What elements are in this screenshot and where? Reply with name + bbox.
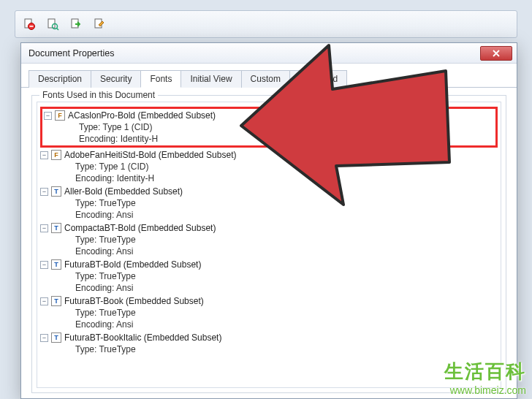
expander-icon[interactable]: − xyxy=(40,261,48,269)
close-button[interactable] xyxy=(480,46,512,61)
fonts-group: Fonts Used in this Document −FACaslonPro… xyxy=(31,95,506,393)
font-type-line: Type: TrueType xyxy=(40,270,498,282)
font-name: ACaslonPro-Bold (Embedded Subset) xyxy=(68,110,216,121)
truetype-font-icon: T xyxy=(51,332,61,343)
font-node-header[interactable]: −TFuturaBT-BookItalic (Embedded Subset) xyxy=(40,332,498,343)
font-tree[interactable]: −FACaslonPro-Bold (Embedded Subset)Type:… xyxy=(37,102,501,388)
doc-search-icon[interactable] xyxy=(45,16,61,32)
font-type-line: Type: Type 1 (CID) xyxy=(44,121,494,133)
dialog-title: Document Properties xyxy=(28,48,114,58)
font-node-header[interactable]: −TCompactaBT-Bold (Embedded Subset) xyxy=(40,222,498,234)
doc-remove-icon[interactable] xyxy=(21,16,37,32)
font-name: FuturaBT-Book (Embedded Subset) xyxy=(64,296,204,306)
font-type-line: Type: TrueType xyxy=(40,234,498,246)
font-encoding-line: Encoding: Ansi xyxy=(40,282,498,294)
font-encoding-line: Encoding: Ansi xyxy=(40,319,498,330)
tab-advanced[interactable]: Advanced xyxy=(289,70,347,88)
expander-icon[interactable]: − xyxy=(40,188,48,196)
expander-icon[interactable]: − xyxy=(44,112,52,120)
expander-icon[interactable]: − xyxy=(40,334,48,342)
dialog-titlebar: Document Properties xyxy=(21,43,517,64)
font-type-line: Type: Type 1 (CID) xyxy=(40,161,498,172)
font-encoding-line: Encoding: Ansi xyxy=(40,246,498,257)
expander-icon[interactable]: − xyxy=(40,151,48,159)
truetype-font-icon: T xyxy=(51,259,61,270)
type1-font-icon: F xyxy=(51,150,61,160)
font-node: −TFuturaBT-Bold (Embedded Subset)Type: T… xyxy=(40,259,498,294)
font-encoding-line: Encoding: Ansi xyxy=(40,209,498,221)
expander-icon[interactable]: − xyxy=(40,224,48,232)
font-type-line: Type: TrueType xyxy=(40,197,498,209)
font-name: CompactaBT-Bold (Embedded Subset) xyxy=(64,223,216,233)
font-node: −TCompactaBT-Bold (Embedded Subset)Type:… xyxy=(40,222,498,257)
font-node: −TAller-Bold (Embedded Subset)Type: True… xyxy=(40,186,498,221)
font-encoding-line: Encoding: Identity-H xyxy=(40,172,498,184)
truetype-font-icon: T xyxy=(51,186,61,197)
svg-rect-2 xyxy=(30,26,34,27)
svg-rect-6 xyxy=(72,19,78,28)
tab-initial-view[interactable]: Initial View xyxy=(180,70,241,88)
font-node: −FACaslonPro-Bold (Embedded Subset)Type:… xyxy=(40,107,498,148)
type1-font-icon: F xyxy=(55,110,65,121)
tab-fonts[interactable]: Fonts xyxy=(140,70,181,88)
font-name: FuturaBT-Bold (Embedded Subset) xyxy=(64,259,201,270)
font-encoding-line: Encoding: Identity-H xyxy=(44,133,494,145)
tab-custom[interactable]: Custom xyxy=(241,70,290,88)
font-name: FuturaBT-BookItalic (Embedded Subset) xyxy=(64,332,221,343)
font-type-line: Type: TrueType xyxy=(40,343,498,355)
font-node-header[interactable]: −FAdobeFanHeitiStd-Bold (Embedded Subset… xyxy=(40,149,498,161)
font-node-header[interactable]: −TFuturaBT-Bold (Embedded Subset) xyxy=(40,259,498,270)
tab-strip: DescriptionSecurityFontsInitial ViewCust… xyxy=(21,64,517,88)
document-properties-dialog: Document Properties DescriptionSecurityF… xyxy=(20,42,517,399)
font-name: Aller-Bold (Embedded Subset) xyxy=(64,186,183,197)
fonts-panel: Fonts Used in this Document −FACaslonPro… xyxy=(21,88,517,399)
font-node-header[interactable]: −FACaslonPro-Bold (Embedded Subset) xyxy=(44,110,494,121)
font-type-line: Type: TrueType xyxy=(40,307,498,319)
expander-icon[interactable]: − xyxy=(40,297,48,305)
font-name: AdobeFanHeitiStd-Bold (Embedded Subset) xyxy=(64,150,236,160)
truetype-font-icon: T xyxy=(51,223,61,233)
doc-edit-icon[interactable] xyxy=(91,16,107,32)
doc-export-icon[interactable] xyxy=(68,16,84,32)
close-icon xyxy=(493,50,500,57)
font-node: −TFuturaBT-Book (Embedded Subset)Type: T… xyxy=(40,295,498,330)
app-toolbar xyxy=(15,10,517,38)
tab-description[interactable]: Description xyxy=(28,70,91,88)
font-node: −TFuturaBT-BookItalic (Embedded Subset)T… xyxy=(40,332,498,355)
truetype-font-icon: T xyxy=(51,296,61,306)
group-legend: Fonts Used in this Document xyxy=(39,90,158,100)
font-node-header[interactable]: −TAller-Bold (Embedded Subset) xyxy=(40,186,498,197)
font-node-header[interactable]: −TFuturaBT-Book (Embedded Subset) xyxy=(40,295,498,307)
tab-security[interactable]: Security xyxy=(91,70,141,88)
font-node: −FAdobeFanHeitiStd-Bold (Embedded Subset… xyxy=(40,149,498,184)
svg-line-5 xyxy=(57,28,59,31)
